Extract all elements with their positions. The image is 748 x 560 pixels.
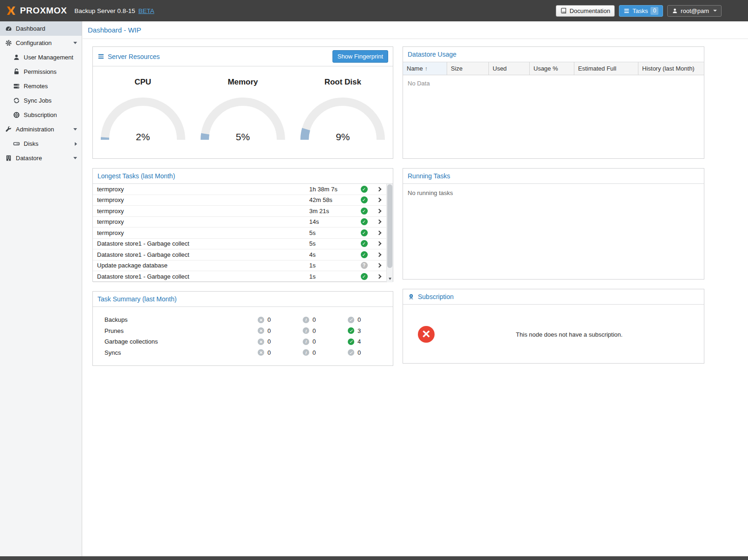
error-count-icon	[258, 349, 264, 356]
sidebar-item-disks[interactable]: Disks	[0, 137, 82, 151]
open-task-button[interactable]	[371, 188, 386, 191]
page-title: Dashboard - WIP	[88, 26, 141, 34]
sidebar-item-label: User Management	[24, 54, 82, 61]
gauge-value: 2%	[98, 131, 189, 143]
resources-icon	[98, 53, 104, 60]
documentation-button[interactable]: Documentation	[556, 5, 615, 17]
table-row[interactable]: termproxy 5s	[93, 228, 386, 239]
list-item[interactable]: Syncs 0 0 0	[93, 347, 393, 358]
chevron-down-icon[interactable]	[73, 157, 77, 159]
sidebar-item-subscription[interactable]: Subscription	[0, 108, 82, 122]
sidebar-item-label: Permissions	[24, 68, 82, 75]
scrollbar-thumb[interactable]	[387, 184, 392, 268]
chevron-down-icon[interactable]	[73, 42, 77, 44]
sidebar-item-label: Subscription	[24, 111, 82, 118]
show-fingerprint-button[interactable]: Show Fingerprint	[332, 50, 388, 63]
table-row[interactable]: termproxy 14s	[93, 217, 386, 228]
chevron-right-icon	[377, 263, 381, 268]
list-item[interactable]: Backups 0 0 0	[93, 314, 393, 326]
user-icon	[672, 8, 678, 14]
user-menu-button[interactable]: root@pam	[667, 5, 722, 17]
gauge-label: CPU	[135, 78, 151, 87]
ok-count: 0	[358, 316, 361, 323]
gauge-label: Root Disk	[325, 78, 361, 87]
sidebar-item-administration[interactable]: Administration	[0, 122, 82, 137]
brand-text: PROXMOX	[20, 6, 67, 16]
warning-count: 0	[312, 349, 316, 356]
task-duration: 5s	[309, 240, 357, 247]
task-duration: 3m 21s	[309, 208, 357, 215]
task-status-icon	[361, 273, 368, 280]
chevron-down-icon	[713, 10, 717, 12]
open-task-button[interactable]	[371, 242, 386, 245]
open-task-button[interactable]	[371, 264, 386, 267]
task-duration: 14s	[309, 218, 357, 225]
sidebar-item-user-management[interactable]: User Management	[0, 50, 82, 65]
empty-state-text: No running tasks	[403, 184, 704, 280]
datastore-usage-header: Datastore Usage	[403, 47, 704, 62]
topbar: PROXMOX Backup Server 0.8-15 BETA Docume…	[0, 0, 748, 21]
cpu-gauge: CPU 2%	[93, 66, 193, 158]
sidebar-item-label: Sync Jobs	[24, 97, 82, 104]
ok-count: 4	[358, 338, 361, 345]
list-item[interactable]: Prunes 0 0 3	[93, 326, 393, 337]
scrollbar[interactable]	[386, 184, 393, 282]
tasks-count-badge: 0	[650, 7, 658, 15]
table-row[interactable]: Datastore store1 - Garbage collect 1s	[93, 271, 386, 282]
open-task-button[interactable]	[371, 253, 386, 256]
tasks-label: Tasks	[632, 7, 648, 14]
sidebar-item-permissions[interactable]: Permissions	[0, 65, 82, 79]
error-count: 0	[267, 316, 271, 323]
chevron-right-icon	[377, 208, 381, 213]
gauge-value: 5%	[197, 131, 288, 143]
gears-icon	[5, 39, 13, 46]
warning-count: 0	[312, 338, 316, 345]
chevron-right-icon[interactable]	[75, 142, 77, 146]
sidebar-item-datastore[interactable]: Datastore	[0, 151, 82, 165]
open-task-button[interactable]	[371, 275, 386, 278]
sidebar-item-sync-jobs[interactable]: Sync Jobs	[0, 93, 82, 108]
task-duration: 5s	[309, 229, 357, 236]
sidebar: Dashboard Configuration User Management …	[0, 21, 82, 556]
chevron-right-icon	[377, 187, 381, 191]
ok-count-icon	[348, 339, 354, 345]
tasks-button[interactable]: Tasks 0	[619, 5, 663, 17]
sidebar-item-remotes[interactable]: Remotes	[0, 79, 82, 93]
sidebar-item-label: Configuration	[16, 39, 73, 46]
list-item[interactable]: Garbage collections 0 0 4	[93, 336, 393, 347]
gauge-label: Memory	[228, 78, 258, 87]
scroll-down-button[interactable]	[387, 276, 393, 281]
task-duration: 1s	[309, 262, 357, 269]
no-subscription-icon	[418, 326, 435, 343]
column-header-usage[interactable]: Usage %	[530, 62, 574, 75]
datastore-usage-title: Datastore Usage	[408, 51, 456, 58]
book-icon	[560, 7, 567, 14]
sidebar-item-dashboard[interactable]: Dashboard	[0, 21, 82, 36]
table-row[interactable]: Datastore store1 - Garbage collect 5s	[93, 239, 386, 250]
column-header-history[interactable]: History (last Month)	[638, 62, 704, 75]
column-header-used[interactable]: Used	[489, 62, 530, 75]
sidebar-item-configuration[interactable]: Configuration	[0, 36, 82, 50]
chevron-down-icon[interactable]	[73, 128, 77, 130]
task-list-icon	[624, 8, 630, 14]
column-header-size[interactable]: Size	[447, 62, 489, 75]
open-task-button[interactable]	[371, 220, 386, 223]
beta-link[interactable]: BETA	[138, 7, 154, 14]
table-row[interactable]: Update package database 1s	[93, 260, 386, 272]
table-row[interactable]: termproxy 1h 38m 7s	[93, 184, 386, 195]
column-header-name[interactable]: Name	[403, 62, 447, 75]
table-row[interactable]: termproxy 3m 21s	[93, 206, 386, 217]
ok-count-icon	[348, 317, 354, 323]
task-name: Datastore store1 - Garbage collect	[93, 240, 309, 247]
table-row[interactable]: termproxy 42m 58s	[93, 195, 386, 206]
subscription-panel: Subscription This node does not have a s…	[403, 289, 704, 364]
longest-tasks-header: Longest Tasks (last Month)	[93, 169, 393, 184]
sidebar-item-label: Dashboard	[16, 25, 82, 32]
open-task-button[interactable]	[371, 209, 386, 213]
server-resources-panel: Server Resources Show Fingerprint CPU 2%…	[92, 46, 393, 159]
table-row[interactable]: Datastore store1 - Garbage collect 4s	[93, 249, 386, 260]
summary-label: Syncs	[104, 349, 258, 356]
open-task-button[interactable]	[371, 231, 386, 234]
open-task-button[interactable]	[371, 198, 386, 202]
column-header-estimated-full[interactable]: Estimated Full	[574, 62, 638, 75]
